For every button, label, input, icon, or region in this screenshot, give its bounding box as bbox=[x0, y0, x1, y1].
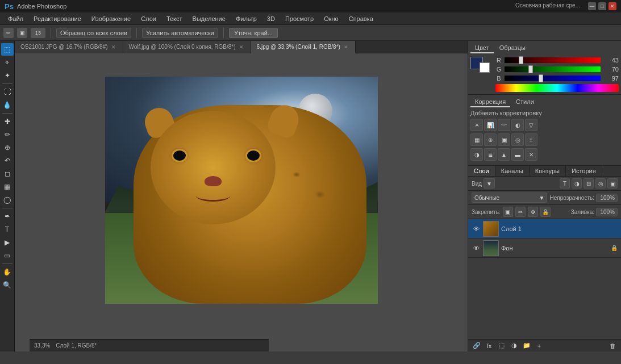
color-spectrum[interactable] bbox=[495, 84, 619, 92]
statusbar-info: Слой 1, RGB/8* bbox=[56, 342, 97, 349]
r-slider[interactable] bbox=[505, 57, 601, 63]
bw-btn[interactable]: ▣ bbox=[498, 133, 510, 146]
selective-color-btn[interactable]: ✕ bbox=[525, 148, 537, 161]
lasso-tool[interactable]: ⌖ bbox=[1, 56, 14, 69]
text-tool[interactable]: T bbox=[1, 223, 14, 236]
brush-tool[interactable]: ✏ bbox=[1, 128, 14, 141]
tab-color[interactable]: Цвет bbox=[470, 43, 494, 53]
blend-mode-select[interactable]: Обычные ▼ bbox=[472, 193, 547, 203]
selection-tool[interactable]: ⬚ bbox=[1, 43, 14, 56]
new-layer-btn[interactable]: + bbox=[534, 341, 544, 351]
canvas-lion-nose bbox=[205, 176, 222, 186]
zoom-tool[interactable]: 🔍 bbox=[1, 279, 14, 291]
layers-list: 👁 Слой 1 👁 Фон 🔒 bbox=[468, 219, 621, 339]
layer-filter-type-icon[interactable]: T bbox=[560, 178, 570, 189]
tab-contours[interactable]: Контуры bbox=[530, 166, 566, 176]
layer-filter-smart-icon[interactable]: ⊟ bbox=[584, 178, 594, 189]
invert-btn[interactable]: ◑ bbox=[470, 148, 483, 161]
layer-filter-adjustment-icon[interactable]: ◑ bbox=[572, 178, 582, 189]
gradient-tool[interactable]: ▦ bbox=[1, 181, 14, 193]
canvas-area: OS21001.JPG @ 16,7% (RGB/8#) ✕ Wolf.jpg … bbox=[15, 41, 468, 352]
lock-pixels-btn[interactable]: ✏ bbox=[515, 207, 526, 217]
brush-preset-icon[interactable]: ▣ bbox=[17, 28, 27, 38]
history-brush-tool[interactable]: ↶ bbox=[1, 154, 14, 167]
refine-edge-button[interactable]: Уточн. край... bbox=[229, 28, 278, 38]
path-select-tool[interactable]: ▶ bbox=[1, 236, 14, 249]
layers-tabs: Слои Каналы Контуры История bbox=[468, 166, 621, 177]
healing-brush-tool[interactable]: ✚ bbox=[1, 115, 14, 128]
magic-wand-tool[interactable]: ✦ bbox=[1, 69, 14, 82]
layer-item-1[interactable]: 👁 Слой 1 bbox=[468, 219, 621, 239]
layer-style-btn[interactable]: fx bbox=[484, 341, 494, 351]
titlebar-controls: Основная рабочая сре... — □ ✕ bbox=[515, 2, 616, 10]
tab-layers[interactable]: Слои bbox=[468, 166, 495, 176]
maximize-button[interactable]: □ bbox=[598, 2, 606, 10]
close-button[interactable]: ✕ bbox=[609, 2, 616, 10]
correction-panel: Коррекция Стили Добавить корректировку ☀… bbox=[468, 95, 621, 166]
options-separator-2 bbox=[136, 28, 137, 38]
layer-1-visibility[interactable]: 👁 bbox=[472, 224, 481, 233]
posterize-btn[interactable]: ≣ bbox=[484, 148, 497, 161]
lock-transparent-btn[interactable]: ▣ bbox=[503, 207, 513, 217]
lock-position-btn[interactable]: ✥ bbox=[528, 207, 538, 217]
menu-view[interactable]: Просмотр bbox=[281, 14, 318, 23]
link-layers-btn[interactable]: 🔗 bbox=[472, 341, 482, 351]
filter-dropdown[interactable]: ▼ bbox=[484, 178, 495, 189]
menu-window[interactable]: Окно bbox=[319, 14, 343, 23]
tab-swatches[interactable]: Образцы bbox=[495, 43, 530, 53]
channelmix-btn[interactable]: ≡ bbox=[525, 133, 537, 146]
fill-value[interactable]: 100% bbox=[596, 208, 618, 216]
dodge-tool[interactable]: ◯ bbox=[1, 194, 14, 206]
lock-all-btn[interactable]: 🔒 bbox=[540, 207, 551, 217]
eraser-tool[interactable]: ◻ bbox=[1, 168, 14, 180]
filter-dropdown-arrow: ▼ bbox=[486, 181, 492, 187]
hand-tool[interactable]: ✋ bbox=[1, 266, 14, 278]
opacity-value[interactable]: 100% bbox=[596, 194, 618, 202]
layer-filter-pixel-icon[interactable]: ◎ bbox=[595, 178, 606, 189]
menu-edit[interactable]: Редактирование bbox=[29, 14, 86, 23]
menu-filter[interactable]: Фильтр bbox=[231, 14, 261, 23]
eyedropper-tool[interactable]: 💧 bbox=[1, 99, 14, 111]
layer-mask-btn[interactable]: ⬚ bbox=[497, 341, 507, 351]
tab-channels[interactable]: Каналы bbox=[495, 166, 530, 176]
adjustment-layer-btn[interactable]: ◑ bbox=[509, 341, 519, 351]
vibrance-btn[interactable]: ▽ bbox=[525, 119, 537, 131]
menu-3d[interactable]: 3D bbox=[262, 14, 280, 23]
tab-correction[interactable]: Коррекция bbox=[470, 97, 510, 107]
photofilter-btn[interactable]: ◎ bbox=[511, 133, 524, 146]
delete-layer-btn[interactable]: 🗑 bbox=[607, 341, 618, 351]
clone-stamp-tool[interactable]: ⊕ bbox=[1, 141, 14, 154]
tab-history[interactable]: История bbox=[566, 166, 602, 176]
fill-row: Заливка: 100% bbox=[571, 208, 618, 216]
tool-separator-1 bbox=[2, 83, 12, 84]
menu-file[interactable]: Файл bbox=[3, 14, 28, 23]
menu-text[interactable]: Текст bbox=[162, 14, 187, 23]
colorbalance-btn[interactable]: ⊕ bbox=[484, 133, 497, 146]
background-color[interactable] bbox=[480, 62, 490, 73]
menu-help[interactable]: Справка bbox=[344, 14, 378, 23]
menu-select[interactable]: Выделение bbox=[188, 14, 230, 23]
pen-tool[interactable]: ✒ bbox=[1, 210, 14, 223]
toolbar: ⬚ ⌖ ✦ ⛶ 💧 ✚ ✏ ⊕ ↶ ◻ ▦ ◯ ✒ T ▶ ▭ ✋ 🔍 bbox=[0, 41, 15, 352]
brightness-btn[interactable]: ☀ bbox=[470, 119, 483, 131]
exposure-btn[interactable]: ◐ bbox=[511, 119, 524, 131]
levels-btn[interactable]: 📊 bbox=[484, 119, 497, 131]
shape-tool[interactable]: ▭ bbox=[1, 249, 14, 262]
layer-item-bg[interactable]: 👁 Фон 🔒 bbox=[468, 239, 621, 258]
layer-bg-visibility[interactable]: 👁 bbox=[472, 244, 481, 253]
hsl-btn[interactable]: ▦ bbox=[470, 133, 483, 146]
tab-styles[interactable]: Стили bbox=[511, 97, 539, 107]
threshold-btn[interactable]: ▲ bbox=[498, 148, 510, 161]
minimize-button[interactable]: — bbox=[588, 2, 596, 10]
correction-icons-row-3: ◑ ≣ ▲ ▬ ✕ bbox=[470, 148, 619, 161]
canvas-content bbox=[15, 41, 468, 339]
crop-tool[interactable]: ⛶ bbox=[1, 86, 14, 98]
menu-layers[interactable]: Слои bbox=[136, 14, 161, 23]
gradient-map-btn[interactable]: ▬ bbox=[511, 148, 524, 161]
g-slider[interactable] bbox=[505, 66, 601, 72]
curves-btn[interactable]: 〰 bbox=[498, 119, 510, 131]
group-layers-btn[interactable]: 📁 bbox=[522, 341, 532, 351]
b-slider[interactable] bbox=[505, 76, 601, 81]
layer-filter-vector-icon[interactable]: ▣ bbox=[607, 178, 618, 189]
menu-image[interactable]: Изображение bbox=[87, 14, 135, 23]
